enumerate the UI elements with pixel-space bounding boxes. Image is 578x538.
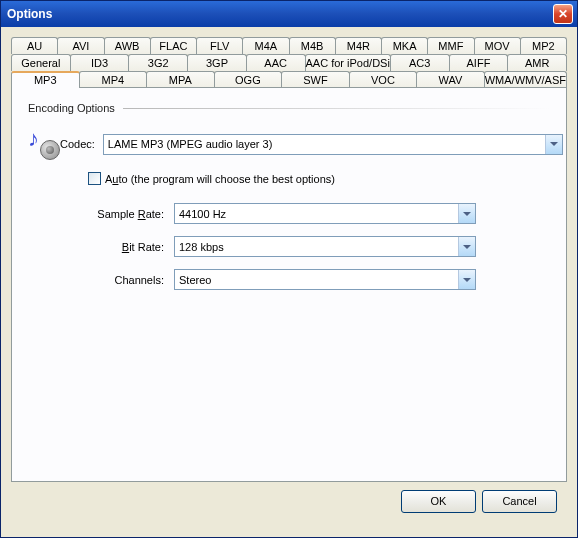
tab-panel: Encoding Options ♪ Codec: LAME MP3 (MPEG… [11, 87, 567, 482]
sample-rate-row: Sample Rate: 44100 Hz [28, 203, 550, 224]
auto-checkbox[interactable] [88, 172, 101, 185]
tab-strip: AUAVIAWBFLACFLVM4AM4BM4RMKAMMFMOVMP2Gene… [11, 37, 567, 88]
bit-rate-value: 128 kbps [175, 241, 458, 253]
tab-mp2[interactable]: MP2 [520, 37, 567, 54]
tab-m4b[interactable]: M4B [289, 37, 336, 54]
close-icon[interactable]: ✕ [553, 4, 573, 24]
tab-flv[interactable]: FLV [196, 37, 243, 54]
chevron-down-icon[interactable] [458, 204, 475, 223]
sample-rate-value: 44100 Hz [175, 208, 458, 220]
tab-ac3[interactable]: AC3 [390, 54, 450, 71]
tab-mp4[interactable]: MP4 [79, 71, 148, 88]
codec-select[interactable]: LAME MP3 (MPEG audio layer 3) [103, 134, 563, 155]
bit-rate-row: Bit Rate: 128 kbps [28, 236, 550, 257]
tab-3gp[interactable]: 3GP [187, 54, 247, 71]
titlebar: Options ✕ [1, 1, 577, 27]
tab-m4a[interactable]: M4A [242, 37, 289, 54]
tab-mov[interactable]: MOV [474, 37, 521, 54]
ok-button[interactable]: OK [401, 490, 476, 513]
divider [123, 108, 550, 109]
icon-cell: ♪ [28, 128, 60, 160]
auto-label[interactable]: Auto (the program will choose the best o… [105, 173, 335, 185]
tab-mp3[interactable]: MP3 [11, 71, 80, 88]
channels-select[interactable]: Stereo [174, 269, 476, 290]
codec-label: Codec: [60, 138, 103, 150]
music-speaker-icon: ♪ [28, 128, 60, 160]
content-area: AUAVIAWBFLACFLVM4AM4BM4RMKAMMFMOVMP2Gene… [1, 27, 577, 521]
section-title: Encoding Options [28, 102, 115, 114]
tab-wav[interactable]: WAV [416, 71, 485, 88]
tab-avi[interactable]: AVI [57, 37, 104, 54]
tab-ogg[interactable]: OGG [214, 71, 283, 88]
codec-row: ♪ Codec: LAME MP3 (MPEG audio layer 3) [28, 128, 550, 160]
tab-flac[interactable]: FLAC [150, 37, 197, 54]
button-bar: OK Cancel [11, 482, 567, 513]
tab-aac-for-ipod-dsi[interactable]: AAC for iPod/DSi [305, 54, 391, 71]
tab-aac[interactable]: AAC [246, 54, 306, 71]
tab-m4r[interactable]: M4R [335, 37, 382, 54]
tab-mpa[interactable]: MPA [146, 71, 215, 88]
channels-value: Stereo [175, 274, 458, 286]
window-title: Options [7, 7, 553, 21]
sample-rate-label: Sample Rate: [88, 208, 174, 220]
sample-rate-select[interactable]: 44100 Hz [174, 203, 476, 224]
channels-label: Channels: [88, 274, 174, 286]
cancel-button[interactable]: Cancel [482, 490, 557, 513]
tab-id3[interactable]: ID3 [70, 54, 130, 71]
bit-rate-label: Bit Rate: [88, 241, 174, 253]
bit-rate-select[interactable]: 128 kbps [174, 236, 476, 257]
channels-row: Channels: Stereo [28, 269, 550, 290]
chevron-down-icon[interactable] [458, 237, 475, 256]
section-header: Encoding Options [28, 102, 550, 114]
auto-row: Auto (the program will choose the best o… [88, 172, 550, 185]
tab-amr[interactable]: AMR [507, 54, 567, 71]
tab-wma-wmv-asf[interactable]: WMA/WMV/ASF [484, 71, 567, 88]
chevron-down-icon[interactable] [458, 270, 475, 289]
tab-swf[interactable]: SWF [281, 71, 350, 88]
codec-value: LAME MP3 (MPEG audio layer 3) [104, 138, 545, 150]
chevron-down-icon[interactable] [545, 135, 562, 154]
tab-mmf[interactable]: MMF [427, 37, 474, 54]
tab-mka[interactable]: MKA [381, 37, 428, 54]
tab-awb[interactable]: AWB [104, 37, 151, 54]
tab-3g2[interactable]: 3G2 [128, 54, 188, 71]
tab-general[interactable]: General [11, 54, 71, 71]
tab-voc[interactable]: VOC [349, 71, 418, 88]
tab-aiff[interactable]: AIFF [449, 54, 509, 71]
options-window: Options ✕ AUAVIAWBFLACFLVM4AM4BM4RMKAMMF… [0, 0, 578, 538]
tab-au[interactable]: AU [11, 37, 58, 54]
